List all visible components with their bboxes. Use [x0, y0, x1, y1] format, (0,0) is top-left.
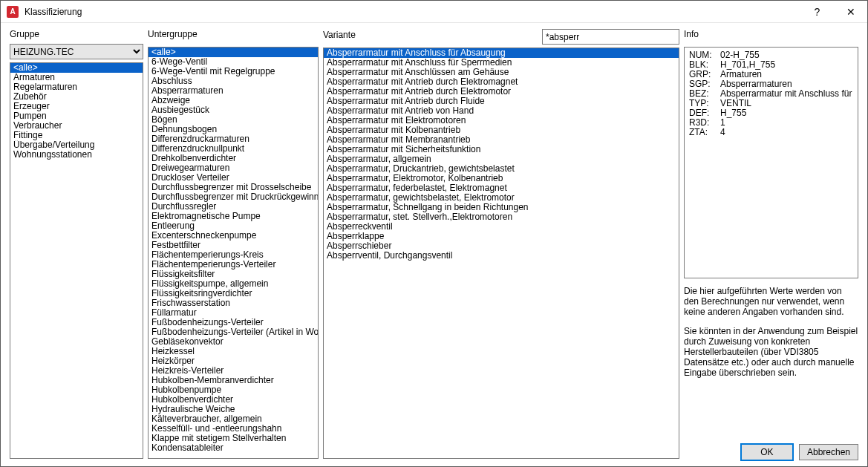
list-item[interactable]: Erzeuger: [10, 102, 143, 111]
list-item[interactable]: Entleerung: [149, 221, 318, 231]
list-item[interactable]: Elektromagnetische Pumpe: [149, 212, 318, 221]
list-item[interactable]: Absperrarmatur, stet. Stellverh.,Elektro…: [324, 212, 679, 222]
list-item[interactable]: Absperrarmatur, Druckantrieb, gewichtsbe…: [324, 164, 679, 174]
list-item[interactable]: Heizkessel: [149, 347, 318, 356]
list-item[interactable]: Flüssigkeitspumpe, allgemein: [149, 279, 318, 289]
list-item[interactable]: Absperrarmatur mit Antrieb durch Fluide: [324, 97, 679, 106]
list-item[interactable]: Verbraucher: [10, 121, 143, 131]
list-item[interactable]: Durchflussregler: [149, 202, 318, 212]
list-item[interactable]: Hubkolben-Membranverdichter: [149, 376, 318, 385]
list-item[interactable]: Absperrarmatur mit Elektromotoren: [324, 116, 679, 125]
info-value: 1: [720, 118, 853, 128]
list-item[interactable]: Abzweige: [149, 96, 318, 105]
info-row: ZTA:4: [689, 128, 853, 137]
list-item[interactable]: Durchflussbegrenzer mit Druckrückgewinnu…: [149, 192, 318, 202]
list-item[interactable]: Absperreckventil: [324, 222, 679, 232]
list-item[interactable]: Flüssigkeitsfilter: [149, 270, 318, 279]
variante-list[interactable]: Absperrarmatur mit Anschluss für Absaugu…: [323, 48, 679, 459]
column-untergruppe: Untergruppe <alle>6-Wege-Ventil6-Wege-Ve…: [148, 29, 319, 459]
info-para-1: Die hier aufgeführten Werte werden von d…: [684, 286, 858, 317]
list-item[interactable]: Absperrschieber: [324, 241, 679, 251]
list-item[interactable]: Zubehör: [10, 92, 143, 102]
untergruppe-list[interactable]: <alle>6-Wege-Ventil6-Wege-Ventil mit Reg…: [148, 47, 319, 459]
list-item[interactable]: Dreiwegearmaturen: [149, 163, 318, 173]
list-item[interactable]: Absperrarmatur mit Sicherheitsfunktion: [324, 145, 679, 154]
list-item[interactable]: Hydraulische Weiche: [149, 405, 318, 414]
list-item[interactable]: Absperrarmatur mit Kolbenantrieb: [324, 125, 679, 135]
list-item[interactable]: Absperrarmatur, Elektromotor, Kolbenantr…: [324, 174, 679, 183]
cancel-button[interactable]: Abbrechen: [799, 444, 858, 460]
list-item[interactable]: Heizkreis-Verteiler: [149, 366, 318, 376]
list-item[interactable]: Fittinge: [10, 131, 143, 140]
list-item[interactable]: Klappe mit stetigem Stellverhalten: [149, 434, 318, 443]
gruppe-combo[interactable]: HEIZUNG.TEC: [10, 44, 143, 59]
list-item[interactable]: Festbettfilter: [149, 241, 318, 250]
list-item[interactable]: Absperrventil, Durchgangsventil: [324, 251, 679, 261]
list-item[interactable]: Absperrklappe: [324, 232, 679, 241]
label-variante: Variante: [323, 30, 356, 40]
list-item[interactable]: Kälteverbraucher, allgemein: [149, 414, 318, 424]
list-item[interactable]: Bögen: [149, 115, 318, 125]
ok-button[interactable]: OK: [741, 444, 793, 460]
list-item[interactable]: Flüssigkeitsringverdichter: [149, 289, 318, 298]
label-info: Info: [684, 29, 858, 39]
info-table: NUM:02-H_755BLK:H_701,H_755GRP:Armaturen…: [689, 50, 853, 137]
list-item[interactable]: Heizkörper: [149, 356, 318, 366]
list-item[interactable]: Durchflussbegrenzer mit Drosselscheibe: [149, 183, 318, 192]
list-item[interactable]: Absperrarmatur mit Antrieb durch Elektro…: [324, 77, 679, 87]
list-item[interactable]: Absperrarmatur, federbelastet, Elektroma…: [324, 183, 679, 193]
list-item[interactable]: Absperrarmatur mit Membranantrieb: [324, 135, 679, 145]
help-button[interactable]: ?: [800, 1, 834, 23]
info-row: R3D:1: [689, 118, 853, 128]
info-key: R3D:: [689, 118, 720, 128]
list-item[interactable]: Kesselfüll- und -entleerungshahn: [149, 424, 318, 434]
list-item[interactable]: Differenzdruckarmaturen: [149, 134, 318, 144]
list-item[interactable]: Absperrarmatur mit Anschlüssen am Gehäus…: [324, 68, 679, 77]
column-variante: Variante Absperrarmatur mit Anschluss fü…: [323, 29, 679, 459]
list-item[interactable]: Wohnungsstationen: [10, 150, 143, 160]
list-item[interactable]: Hubkolbenverdichter: [149, 395, 318, 405]
list-item[interactable]: 6-Wege-Ventil: [149, 57, 318, 67]
list-item[interactable]: Übergabe/Verteilung: [10, 140, 143, 150]
list-item[interactable]: Fußbodenheizungs-Verteiler: [149, 318, 318, 327]
list-item[interactable]: Armaturen: [10, 73, 143, 82]
list-item[interactable]: Fußbodenheizungs-Verteiler (Artikel in W…: [149, 327, 318, 337]
list-item[interactable]: Absperrarmatur, gewichtsbelastet, Elektr…: [324, 193, 679, 203]
list-item[interactable]: Absperrarmatur, Schnellgang in beiden Ri…: [324, 203, 679, 212]
info-value: VENTIL: [720, 99, 853, 108]
info-para-2: Sie könnten in der Anwendung zum Beispie…: [684, 326, 858, 378]
gruppe-list[interactable]: <alle>ArmaturenRegelarmaturenZubehörErze…: [10, 62, 143, 459]
search-input[interactable]: [542, 29, 679, 45]
info-key: SGP:: [689, 79, 720, 89]
list-item[interactable]: Hubkolbenpumpe: [149, 385, 318, 395]
list-item[interactable]: <alle>: [10, 63, 143, 73]
list-item[interactable]: Gebläsekonvektor: [149, 337, 318, 347]
list-item[interactable]: Flächentemperierungs-Verteiler: [149, 260, 318, 270]
list-item[interactable]: Absperrarmaturen: [149, 86, 318, 96]
list-item[interactable]: Absperrarmatur, allgemein: [324, 154, 679, 164]
list-item[interactable]: Absperrarmatur mit Antrieb durch Elektro…: [324, 87, 679, 97]
list-item[interactable]: Drehkolbenverdichter: [149, 154, 318, 163]
list-item[interactable]: Frischwasserstation: [149, 298, 318, 308]
list-item[interactable]: Absperrarmatur mit Antrieb von Hand: [324, 106, 679, 116]
info-value: Armaturen: [720, 70, 853, 79]
list-item[interactable]: Absperrarmatur mit Anschluss für Absaugu…: [324, 48, 679, 58]
list-item[interactable]: Flächentemperierungs-Kreis: [149, 250, 318, 260]
dialog-footer: OK Abbrechen: [741, 444, 858, 460]
list-item[interactable]: Füllarmatur: [149, 308, 318, 318]
list-item[interactable]: Kondensatableiter: [149, 443, 318, 453]
list-item[interactable]: Abschluss: [149, 76, 318, 86]
list-item[interactable]: Ausbiegestück: [149, 105, 318, 115]
list-item[interactable]: Excenterschneckenpumpe: [149, 231, 318, 241]
list-item[interactable]: Pumpen: [10, 111, 143, 121]
list-item[interactable]: Druckloser Verteiler: [149, 173, 318, 183]
list-item[interactable]: Differenzdrucknullpunkt: [149, 144, 318, 154]
info-key: BLK:: [689, 60, 720, 70]
list-item[interactable]: Absperrarmatur mit Anschluss für Sperrme…: [324, 58, 679, 68]
list-item[interactable]: 6-Wege-Ventil mit Regelgruppe: [149, 67, 318, 76]
list-item[interactable]: Dehnungsbogen: [149, 125, 318, 134]
list-item[interactable]: <alle>: [149, 48, 318, 57]
list-item[interactable]: Regelarmaturen: [10, 82, 143, 92]
close-button[interactable]: ✕: [834, 1, 867, 23]
info-value: H_701,H_755: [720, 60, 853, 70]
